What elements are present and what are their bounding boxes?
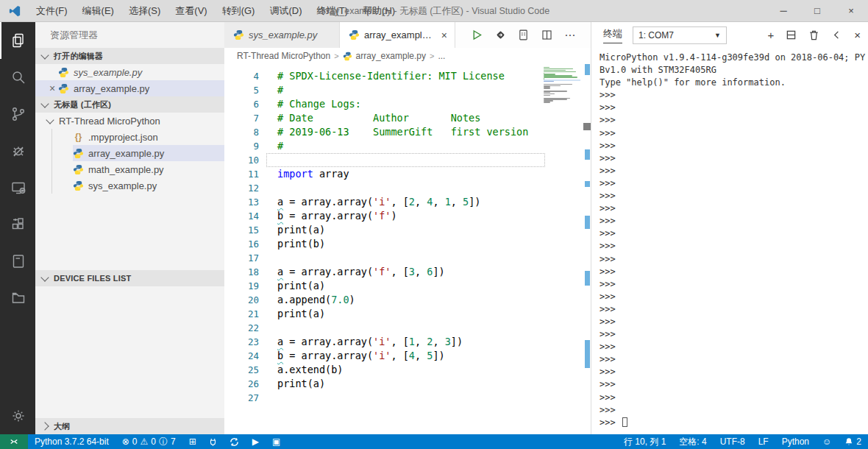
terminal-prompt-line: >>> [600, 316, 868, 328]
eol-status[interactable]: LF [752, 436, 775, 447]
tree-file-label: array_example.py [88, 148, 164, 159]
minimize-icon[interactable]: ─ [766, 0, 800, 21]
language-mode-status[interactable]: Python [775, 436, 816, 447]
sync-button[interactable] [223, 437, 246, 447]
terminal-prompt-line: >>> [600, 202, 868, 215]
line-number: 5 [224, 83, 259, 97]
tree-file-label: math_example.py [88, 164, 164, 175]
menu-item-1[interactable]: 编辑(E) [75, 0, 121, 22]
diagnostic-marker [585, 271, 590, 286]
line-number: 24 [224, 349, 259, 363]
chevron-left-icon[interactable] [831, 29, 842, 40]
indentation-status[interactable]: 空格: 4 [672, 436, 713, 448]
menu-item-3[interactable]: 查看(V) [168, 0, 214, 22]
run-file-button[interactable] [471, 29, 483, 41]
code-editor[interactable]: 4# SPDX-License-Identifier: MIT License5… [224, 64, 591, 434]
breadcrumb-file[interactable]: array_example.py [356, 51, 426, 61]
tree-file-item[interactable]: {}.mpyproject.json [73, 129, 224, 145]
close-icon[interactable]: × [46, 82, 58, 94]
settings-gear-icon[interactable] [0, 397, 35, 434]
tree-file-item[interactable]: array_example.py [73, 145, 224, 161]
tab-label: array_example.py [364, 29, 437, 40]
terminal-tab[interactable]: 终端 [603, 27, 622, 43]
terminal-output[interactable]: MicroPython v1.9.4-114-g309fe39d on 2018… [591, 48, 868, 434]
explorer-icon[interactable] [0, 22, 35, 59]
line-number: 18 [224, 265, 259, 279]
terminal-prompt-line: >>> [600, 266, 868, 278]
kill-terminal-icon[interactable] [808, 29, 819, 40]
split-terminal-icon[interactable] [786, 29, 797, 40]
terminal-selector[interactable]: 1: COM7 ▼ [633, 26, 727, 44]
problems-status[interactable]: ⊗ 0 ⚠ 0 ⓘ 7 [115, 436, 182, 448]
terminal-prompt-line: >>> [600, 291, 868, 303]
new-window-button[interactable]: ⊞ [182, 436, 203, 447]
stop-button[interactable]: ▣ [266, 436, 287, 447]
open-editor-label: array_example.py [74, 83, 149, 94]
menu-item-4[interactable]: 转到(G) [215, 0, 263, 22]
new-terminal-icon[interactable]: + [767, 29, 774, 40]
terminal-prompt-line: >>> [600, 378, 868, 391]
tree-file-item[interactable]: math_example.py [73, 161, 224, 177]
menu-item-2[interactable]: 选择(S) [121, 0, 168, 22]
line-text: print(a) [259, 279, 325, 293]
outline-header[interactable]: 大纲 [35, 418, 224, 434]
line-text: a = array.array('i', [2, 4, 1, 5]) [259, 195, 480, 209]
download-sync-button[interactable] [494, 29, 507, 41]
line-text: print(a) [259, 223, 325, 237]
sync-icon [230, 437, 239, 447]
notifications-bell[interactable]: 2 [838, 436, 868, 447]
python-file-icon [73, 180, 84, 191]
close-icon[interactable]: × [440, 29, 449, 41]
code-line: 6# Change Logs: [224, 97, 591, 111]
terminal-prompt-line: >>> [600, 102, 868, 114]
remote-indicator[interactable] [0, 434, 28, 449]
minimap[interactable] [544, 67, 580, 105]
python-file-icon [73, 148, 84, 159]
close-icon[interactable]: × [834, 0, 868, 21]
line-text: # Date Author Notes [259, 111, 480, 125]
code-line: 15print(a) [224, 223, 591, 237]
code-line: 24b = array.array('i', [4, 5]) [224, 349, 591, 363]
open-editors-header[interactable]: 打开的编辑器 [35, 48, 224, 64]
json-file-icon: {} [73, 132, 84, 142]
terminal-cursor [622, 417, 627, 427]
search-icon[interactable] [0, 59, 35, 96]
feedback-smiley[interactable]: ☺ [816, 436, 838, 447]
device-monitor-icon[interactable] [0, 169, 35, 206]
run-button[interactable]: ▶ [246, 436, 266, 447]
status-bar-right: 行 10, 列 1 空格: 4 UTF-8 LF Python ☺ 2 [617, 436, 868, 448]
menu-item-0[interactable]: 文件(F) [29, 0, 75, 22]
python-interpreter-status[interactable]: Python 3.7.2 64-bit [28, 436, 115, 447]
extensions-icon[interactable] [0, 206, 35, 243]
line-text: # SPDX-License-Identifier: MIT License [259, 69, 505, 83]
menu-item-5[interactable]: 调试(D) [262, 0, 309, 22]
open-editor-item[interactable]: ×array_example.py [35, 80, 224, 96]
terminal-line: Type "help()" for more information. [600, 77, 868, 89]
device-folder-icon[interactable] [0, 280, 35, 317]
maximize-icon[interactable]: □ [800, 0, 834, 21]
tree-folder-rt-thread[interactable]: RT-Thread MicroPython [35, 113, 224, 129]
more-actions-button[interactable]: ⋯ [564, 29, 575, 42]
open-editor-item[interactable]: sys_example.py [35, 64, 224, 80]
tab-array_example.py[interactable]: array_example.py× [340, 22, 455, 48]
breadcrumb-folder[interactable]: RT-Thread MicroPython [237, 51, 330, 61]
device-files-header[interactable]: DEVICE FILES LIST [35, 270, 224, 286]
source-control-icon[interactable] [0, 96, 35, 132]
binary-view-button[interactable] [517, 29, 530, 41]
close-panel-icon[interactable]: × [854, 29, 861, 40]
notebook-icon[interactable] [0, 243, 35, 280]
encoding-status[interactable]: UTF-8 [714, 436, 752, 447]
breadcrumb-more[interactable]: ... [438, 51, 445, 61]
debug-icon[interactable] [0, 132, 35, 169]
tab-sys_example.py[interactable]: sys_example.py [224, 22, 340, 48]
cursor-position-status[interactable]: 行 10, 列 1 [617, 436, 672, 448]
usb-device-button[interactable] [203, 437, 223, 447]
tree-file-item[interactable]: sys_example.py [73, 177, 224, 194]
code-line: 10 [224, 153, 591, 167]
workspace-header[interactable]: 无标题 (工作区) [35, 96, 224, 113]
python-file-icon [73, 164, 84, 175]
split-editor-button[interactable] [541, 29, 553, 41]
line-text: a = array.array('f', [3, 6]) [259, 265, 445, 279]
scrollbar-thumb[interactable] [583, 123, 591, 130]
line-number: 10 [224, 153, 259, 167]
